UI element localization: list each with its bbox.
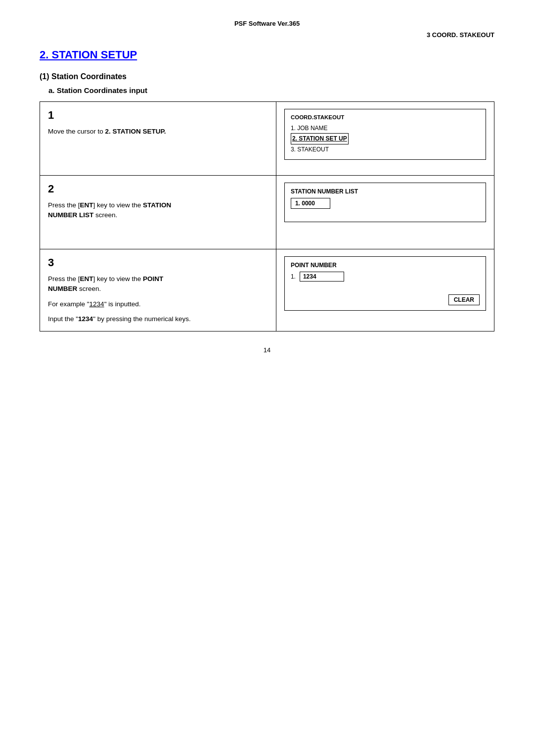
header-software-version: PSF Software Ver.365 bbox=[40, 20, 494, 27]
step-1-text: Move the cursor to 2. STATION SETUP. bbox=[48, 127, 268, 137]
page-container: PSF Software Ver.365 3 COORD. STAKEOUT 2… bbox=[0, 0, 534, 756]
step-1-menu-item-3: 3. STAKEOUT bbox=[291, 144, 480, 154]
step-2-number: 2 bbox=[48, 183, 268, 195]
clear-button[interactable]: CLEAR bbox=[448, 294, 480, 305]
step-3-left: 3 Press the [ENT] key to view the POINTN… bbox=[40, 249, 276, 331]
step-3-point-prefix: 1. bbox=[291, 273, 296, 280]
step-2-screen-title: STATION NUMBER LIST bbox=[291, 188, 480, 195]
step-1-screen-title: COORD.STAKEOUT bbox=[291, 114, 480, 120]
step-2-left: 2 Press the [ENT] key to view the STATIO… bbox=[40, 176, 276, 249]
step-1-menu-item-2: 2. STATION SET UP bbox=[291, 133, 349, 144]
step-3-point-row: 1. 1234 bbox=[291, 272, 480, 282]
step-1-menu-item-1: 1. JOB NAME bbox=[291, 123, 480, 133]
step-3-screen-title: POINT NUMBER bbox=[291, 262, 480, 269]
step-2-right: STATION NUMBER LIST 1. 0000 bbox=[276, 176, 494, 249]
main-title: 2. STATION SETUP bbox=[40, 48, 494, 61]
page-number: 14 bbox=[40, 346, 494, 354]
section1a-title: a. Station Coordinates input bbox=[48, 86, 494, 94]
step-1-screen-container: COORD.STAKEOUT 1. JOB NAME 2. STATION SE… bbox=[284, 109, 486, 168]
step-2-screen-container: STATION NUMBER LIST 1. 0000 bbox=[284, 183, 486, 242]
step-1-row: 1 Move the cursor to 2. STATION SETUP. C… bbox=[40, 102, 494, 176]
step-3-line-5: Input the "1234" by pressing the numeric… bbox=[48, 314, 268, 324]
step-2-row: 2 Press the [ENT] key to view the STATIO… bbox=[40, 176, 494, 249]
step-2-screen-field: 1. 0000 bbox=[291, 198, 330, 209]
step-1-number: 1 bbox=[48, 109, 268, 122]
step-3-right: POINT NUMBER 1. 1234 CLEAR bbox=[276, 249, 494, 331]
step-3-line-1: Press the [ENT] key to view the POINTNUM… bbox=[48, 274, 268, 294]
step-1-device-screen: COORD.STAKEOUT 1. JOB NAME 2. STATION SE… bbox=[284, 109, 486, 160]
step-3-device-screen: POINT NUMBER 1. 1234 CLEAR bbox=[284, 256, 486, 311]
step-3-row: 3 Press the [ENT] key to view the POINTN… bbox=[40, 249, 494, 331]
step-1-right: COORD.STAKEOUT 1. JOB NAME 2. STATION SE… bbox=[276, 102, 494, 176]
step-1-left: 1 Move the cursor to 2. STATION SETUP. bbox=[40, 102, 276, 176]
steps-table: 1 Move the cursor to 2. STATION SETUP. C… bbox=[40, 101, 494, 331]
step-3-line-3: For example "1234" is inputted. bbox=[48, 299, 268, 309]
step-2-device-screen: STATION NUMBER LIST 1. 0000 bbox=[284, 183, 486, 222]
step-3-point-field: 1234 bbox=[300, 272, 344, 282]
step-3-number: 3 bbox=[48, 256, 268, 269]
section1-title: (1) Station Coordinates bbox=[40, 72, 494, 81]
step-3-text: Press the [ENT] key to view the POINTNUM… bbox=[48, 274, 268, 324]
step-2-text: Press the [ENT] key to view the STATIONN… bbox=[48, 200, 268, 221]
header-section-title: 3 COORD. STAKEOUT bbox=[40, 31, 494, 39]
step-3-screen-container: POINT NUMBER 1. 1234 CLEAR bbox=[284, 256, 486, 316]
